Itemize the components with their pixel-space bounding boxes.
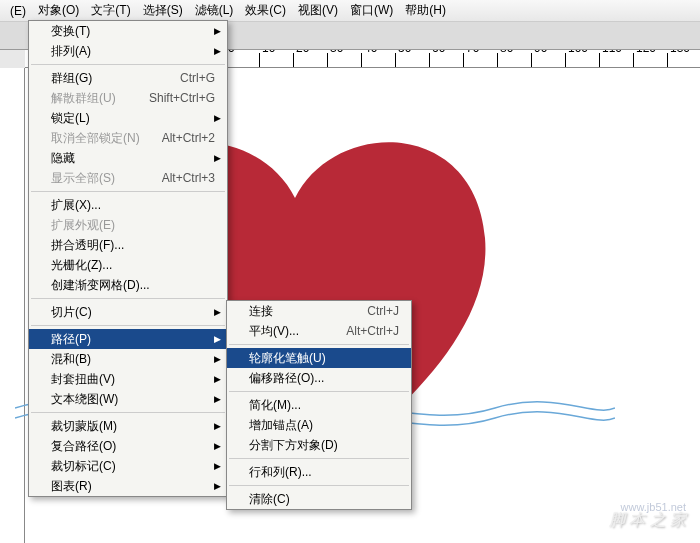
object-menu-item-6: 取消全部锁定(N)Alt+Ctrl+2	[29, 128, 227, 148]
object-menu-label: 扩展(X)...	[51, 197, 219, 214]
path-submenu-label: 增加锚点(A)	[249, 417, 403, 434]
path-submenu-item-8[interactable]: 分割下方对象(D)	[227, 435, 411, 455]
object-menu-label: 裁切标记(C)	[51, 458, 219, 475]
menu-window[interactable]: 窗口(W)	[344, 0, 399, 22]
object-menu-label: 变换(T)	[51, 23, 219, 40]
object-menu-label: 解散群组(U)	[51, 90, 149, 107]
object-menu-item-10[interactable]: 扩展(X)...	[29, 195, 227, 215]
path-submenu-item-4[interactable]: 偏移路径(O)...	[227, 368, 411, 388]
path-submenu-item-7[interactable]: 增加锚点(A)	[227, 415, 411, 435]
submenu-arrow-icon: ▶	[214, 374, 221, 384]
menubar: (E) 对象(O) 文字(T) 选择(S) 滤镜(L) 效果(C) 视图(V) …	[0, 0, 700, 22]
object-menu-label: 创建渐变网格(D)...	[51, 277, 219, 294]
object-menu-label: 切片(C)	[51, 304, 219, 321]
object-menu-label: 隐藏	[51, 150, 219, 167]
object-menu-label: 路径(P)	[51, 331, 219, 348]
path-submenu-label: 简化(M)...	[249, 397, 403, 414]
menu-help[interactable]: 帮助(H)	[399, 0, 452, 22]
menu-object[interactable]: 对象(O)	[32, 0, 85, 22]
object-menu-dropdown: 变换(T)▶排列(A)▶群组(G)Ctrl+G解散群组(U)Shift+Ctrl…	[28, 20, 228, 497]
path-submenu-label: 连接	[249, 303, 367, 320]
object-menu-item-3[interactable]: 群组(G)Ctrl+G	[29, 68, 227, 88]
object-menu-item-13[interactable]: 光栅化(Z)...	[29, 255, 227, 275]
object-menu-label: 取消全部锁定(N)	[51, 130, 162, 147]
object-menu-label: 混和(B)	[51, 351, 219, 368]
path-submenu-item-6[interactable]: 简化(M)...	[227, 395, 411, 415]
path-submenu-label: 偏移路径(O)...	[249, 370, 403, 387]
object-menu-item-11: 扩展外观(E)	[29, 215, 227, 235]
watermark-text: 脚 本 之 家	[609, 510, 686, 531]
submenu-arrow-icon: ▶	[214, 26, 221, 36]
object-menu-item-0[interactable]: 变换(T)▶	[29, 21, 227, 41]
submenu-arrow-icon: ▶	[214, 461, 221, 471]
object-menu-item-18[interactable]: 路径(P)▶	[29, 329, 227, 349]
object-menu-label: 扩展外观(E)	[51, 217, 219, 234]
path-submenu-item-0[interactable]: 连接Ctrl+J	[227, 301, 411, 321]
object-menu-item-20[interactable]: 封套扭曲(V)▶	[29, 369, 227, 389]
object-menu-item-25[interactable]: 裁切标记(C)▶	[29, 456, 227, 476]
object-menu-item-1[interactable]: 排列(A)▶	[29, 41, 227, 61]
object-menu-item-5[interactable]: 锁定(L)▶	[29, 108, 227, 128]
submenu-arrow-icon: ▶	[214, 46, 221, 56]
ruler-vertical	[0, 68, 25, 543]
object-menu-item-21[interactable]: 文本绕图(W)▶	[29, 389, 227, 409]
object-menu-label: 排列(A)	[51, 43, 219, 60]
shortcut-text: Ctrl+G	[180, 71, 215, 85]
object-menu-item-7[interactable]: 隐藏▶	[29, 148, 227, 168]
shortcut-text: Alt+Ctrl+3	[162, 171, 215, 185]
shortcut-text: Ctrl+J	[367, 304, 399, 318]
path-submenu-label: 行和列(R)...	[249, 464, 403, 481]
shortcut-text: Alt+Ctrl+J	[346, 324, 399, 338]
menu-effect[interactable]: 效果(C)	[239, 0, 292, 22]
path-submenu-dropdown: 连接Ctrl+J平均(V)...Alt+Ctrl+J轮廓化笔触(U)偏移路径(O…	[226, 300, 412, 510]
object-menu-item-16[interactable]: 切片(C)▶	[29, 302, 227, 322]
submenu-arrow-icon: ▶	[214, 481, 221, 491]
object-menu-item-12[interactable]: 拼合透明(F)...	[29, 235, 227, 255]
object-menu-label: 复合路径(O)	[51, 438, 219, 455]
path-submenu-item-3[interactable]: 轮廓化笔触(U)	[227, 348, 411, 368]
menu-view[interactable]: 视图(V)	[292, 0, 344, 22]
submenu-arrow-icon: ▶	[214, 441, 221, 451]
menu-edit[interactable]: (E)	[4, 1, 32, 21]
object-menu-item-14[interactable]: 创建渐变网格(D)...	[29, 275, 227, 295]
path-submenu-item-1[interactable]: 平均(V)...Alt+Ctrl+J	[227, 321, 411, 341]
object-menu-label: 裁切蒙版(M)	[51, 418, 219, 435]
path-submenu-item-10[interactable]: 行和列(R)...	[227, 462, 411, 482]
object-menu-item-23[interactable]: 裁切蒙版(M)▶	[29, 416, 227, 436]
object-menu-label: 图表(R)	[51, 478, 219, 495]
shortcut-text: Alt+Ctrl+2	[162, 131, 215, 145]
object-menu-item-4: 解散群组(U)Shift+Ctrl+G	[29, 88, 227, 108]
object-menu-label: 文本绕图(W)	[51, 391, 219, 408]
object-menu-label: 显示全部(S)	[51, 170, 162, 187]
submenu-arrow-icon: ▶	[214, 307, 221, 317]
shortcut-text: Shift+Ctrl+G	[149, 91, 215, 105]
object-menu-label: 拼合透明(F)...	[51, 237, 219, 254]
object-menu-item-8: 显示全部(S)Alt+Ctrl+3	[29, 168, 227, 188]
path-submenu-label: 分割下方对象(D)	[249, 437, 403, 454]
menu-select[interactable]: 选择(S)	[137, 0, 189, 22]
submenu-arrow-icon: ▶	[214, 153, 221, 163]
submenu-arrow-icon: ▶	[214, 394, 221, 404]
object-menu-item-26[interactable]: 图表(R)▶	[29, 476, 227, 496]
object-menu-label: 锁定(L)	[51, 110, 219, 127]
menu-filter[interactable]: 滤镜(L)	[189, 0, 240, 22]
path-submenu-label: 平均(V)...	[249, 323, 346, 340]
submenu-arrow-icon: ▶	[214, 421, 221, 431]
object-menu-label: 群组(G)	[51, 70, 180, 87]
object-menu-label: 光栅化(Z)...	[51, 257, 219, 274]
path-submenu-label: 轮廓化笔触(U)	[249, 350, 403, 367]
path-submenu-item-12[interactable]: 清除(C)	[227, 489, 411, 509]
object-menu-label: 封套扭曲(V)	[51, 371, 219, 388]
submenu-arrow-icon: ▶	[214, 113, 221, 123]
submenu-arrow-icon: ▶	[214, 334, 221, 344]
submenu-arrow-icon: ▶	[214, 354, 221, 364]
path-submenu-label: 清除(C)	[249, 491, 403, 508]
menu-type[interactable]: 文字(T)	[85, 0, 136, 22]
object-menu-item-24[interactable]: 复合路径(O)▶	[29, 436, 227, 456]
object-menu-item-19[interactable]: 混和(B)▶	[29, 349, 227, 369]
